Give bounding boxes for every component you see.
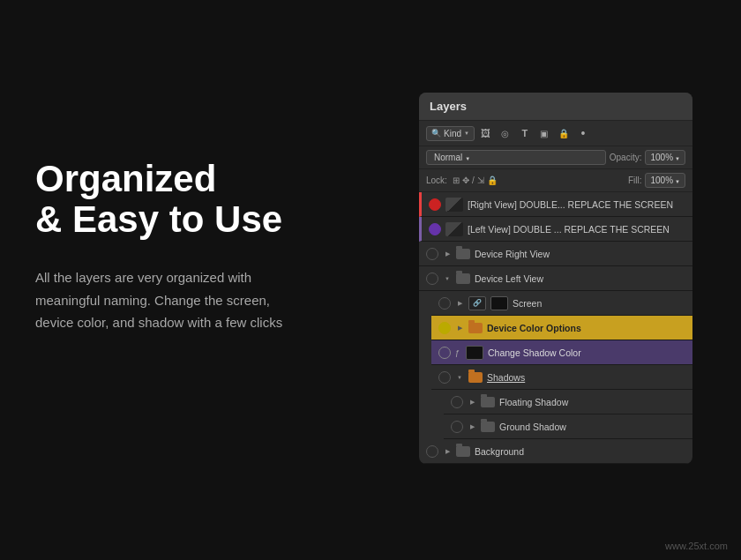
chevron-right-icon (468, 398, 476, 407)
layer-name: Background (475, 446, 685, 457)
table-row[interactable]: Background (419, 439, 692, 464)
blend-mode-label: Normal (434, 153, 462, 162)
table-row[interactable]: Shadows (431, 365, 692, 390)
circle-filter-icon[interactable]: ◎ (498, 125, 513, 141)
table-row[interactable]: [Right View] DOUBLE... REPLACE THE SCREE… (419, 192, 692, 217)
folder-icon (456, 249, 470, 259)
layer-name: Device Left View (475, 273, 685, 284)
lock-all-icon[interactable]: 🔒 (487, 175, 498, 185)
layer-name: Shadows (487, 372, 685, 383)
layer-name: [Left View] DOUBLE ... REPLACE THE SCREE… (468, 224, 685, 235)
folder-icon (468, 372, 483, 383)
lock-icons: ⊞ ✥ / ⇲ 🔒 (453, 175, 498, 185)
chevron-right-icon (455, 299, 464, 308)
layer-thumbnail (466, 346, 483, 360)
folder-icon (481, 422, 495, 432)
chevron-right-icon (455, 324, 464, 332)
rect-filter-icon[interactable]: ▣ (536, 125, 552, 141)
eye-icon[interactable] (438, 297, 451, 310)
fill-label: Fill: (628, 175, 642, 185)
kind-label: Kind (444, 129, 461, 138)
eye-icon[interactable] (429, 198, 441, 211)
chevron-right-icon (468, 422, 476, 431)
left-panel: Organized & Easy to Use All the layers a… (35, 159, 362, 334)
table-row[interactable]: ƒ Change Shadow Color (431, 340, 692, 365)
folder-icon (481, 397, 495, 407)
chevron-down-icon (443, 274, 452, 283)
opacity-label: Opacity: (610, 153, 642, 162)
sub-text: All the layers are very organized with m… (35, 266, 362, 334)
table-row[interactable]: Device Right View (419, 242, 692, 266)
opacity-input[interactable]: 100% (645, 150, 685, 165)
eye-icon[interactable] (438, 371, 451, 384)
layer-name: Floating Shadow (499, 397, 685, 407)
layer-thumbnail: 🔗 (468, 296, 486, 310)
layer-name: Device Color Options (487, 323, 685, 333)
layers-panel: Layers 🔍 Kind ▼ 🖼 ◎ T ▣ 🔒 • Normal Opaci… (419, 93, 692, 464)
eye-icon[interactable] (438, 322, 451, 334)
table-row[interactable]: [Left View] DOUBLE ... REPLACE THE SCREE… (419, 217, 692, 242)
folder-icon (456, 273, 470, 284)
chevron-down-icon (455, 373, 464, 382)
layer-thumbnail (445, 198, 463, 212)
panel-title: Layers (419, 93, 692, 121)
opacity-value-text: 100% (650, 153, 673, 162)
lock-filter-icon[interactable]: 🔒 (556, 125, 572, 141)
chevron-right-icon (443, 447, 452, 456)
folder-icon (468, 323, 483, 333)
eye-icon[interactable] (438, 347, 451, 359)
table-row[interactable]: Floating Shadow (444, 390, 692, 414)
main-heading: Organized & Easy to Use (35, 159, 362, 240)
layer-thumbnail-2 (490, 296, 508, 310)
eye-icon[interactable] (451, 421, 463, 433)
chevron-right-icon (443, 250, 452, 258)
table-row[interactable]: 🔗 Screen (431, 291, 692, 316)
watermark: www.25xt.com (665, 541, 728, 551)
fill-chevron-icon (675, 175, 680, 185)
dot-filter-icon[interactable]: • (575, 125, 591, 141)
text-filter-icon[interactable]: T (517, 125, 533, 141)
image-filter-icon[interactable]: 🖼 (478, 125, 494, 141)
lock-move-icon[interactable]: ✥ (462, 175, 469, 185)
kind-dropdown[interactable]: 🔍 Kind ▼ (426, 126, 475, 141)
eye-icon[interactable] (426, 273, 438, 285)
lock-row: Lock: ⊞ ✥ / ⇲ 🔒 Fill: 100% (419, 169, 692, 192)
fill-input[interactable]: 100% (645, 173, 685, 188)
opacity-chevron-icon (675, 153, 680, 162)
table-row[interactable]: Device Color Options (431, 316, 692, 340)
fill-value-text: 100% (650, 175, 673, 185)
layer-name: Device Right View (475, 249, 685, 259)
table-row[interactable]: Ground Shadow (444, 414, 692, 439)
blend-chevron-icon (465, 153, 470, 162)
eye-icon[interactable] (426, 445, 438, 458)
blend-row: Normal Opacity: 100% (419, 146, 692, 169)
layer-name: Ground Shadow (499, 422, 685, 432)
layer-name: Screen (513, 298, 685, 309)
eye-icon[interactable] (429, 223, 441, 235)
toolbar-row: 🔍 Kind ▼ 🖼 ◎ T ▣ 🔒 • (419, 121, 692, 146)
layer-thumbnail (445, 222, 463, 236)
lock-rotate-icon[interactable]: / (472, 175, 475, 185)
layer-name: Change Shadow Color (488, 347, 685, 358)
layer-name: [Right View] DOUBLE... REPLACE THE SCREE… (468, 199, 685, 210)
fx-icon: ƒ (455, 348, 460, 357)
lock-label: Lock: (426, 175, 447, 185)
eye-icon[interactable] (451, 396, 463, 408)
eye-icon[interactable] (426, 248, 438, 260)
blend-mode-dropdown[interactable]: Normal (426, 150, 606, 165)
folder-icon (456, 446, 470, 457)
lock-scale-icon[interactable]: ⇲ (477, 175, 484, 185)
table-row[interactable]: Device Left View (419, 266, 692, 291)
lock-pos-icon[interactable]: ⊞ (453, 175, 460, 185)
